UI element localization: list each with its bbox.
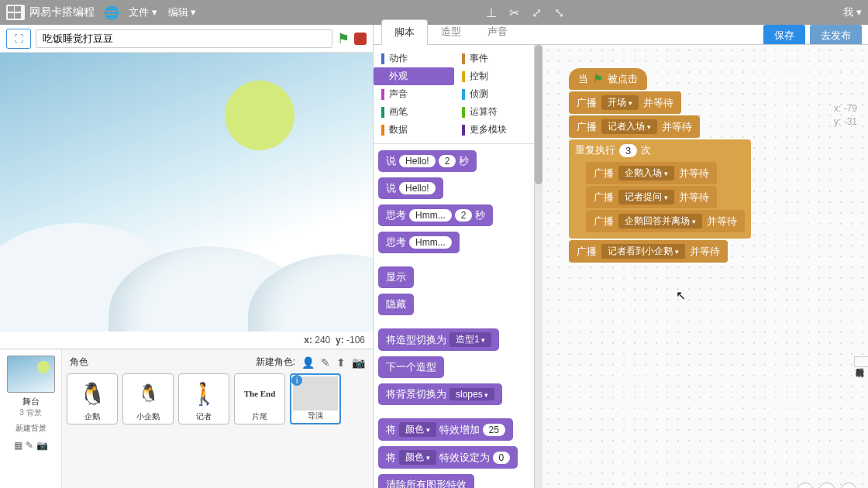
category-画笔[interactable]: 画笔 <box>374 103 454 121</box>
green-flag-button[interactable]: ⚑ <box>337 30 350 47</box>
block-say-secs[interactable]: 说Hello!2秒 <box>378 150 477 172</box>
sprite-item[interactable]: 🚶记者 <box>178 373 229 424</box>
category-声音[interactable]: 声音 <box>374 85 454 103</box>
broadcast-block[interactable]: 广播记者提问并等待 <box>586 186 717 208</box>
category-外观[interactable]: 外观 <box>374 67 454 85</box>
file-menu[interactable]: 文件 ▾ <box>129 5 157 19</box>
zoom-in-button[interactable]: + <box>840 483 857 488</box>
sprite-cam-icon[interactable]: 📷 <box>352 356 365 369</box>
stop-button[interactable] <box>354 33 367 45</box>
mouse-xy: x: -79y: -31 <box>834 102 857 129</box>
block-clear-fx[interactable]: 清除所有图形特效 <box>378 474 474 488</box>
script-stack[interactable]: 当⚑被点击 广播开场并等待 广播记者入场并等待 重复执行3次 广播企鹅入场并等待… <box>569 68 751 263</box>
info-icon[interactable]: i <box>291 375 302 386</box>
stage-header: ⛶ ⚑ <box>0 25 373 53</box>
bg-cam-icon[interactable]: 📷 <box>36 440 48 451</box>
block-show[interactable]: 显示 <box>378 266 414 288</box>
broadcast-block[interactable]: 广播开场并等待 <box>569 91 681 114</box>
category-更多模块[interactable]: 更多模块 <box>454 121 535 139</box>
palette-scrollbar[interactable] <box>535 45 542 488</box>
block-next-costume[interactable]: 下一个造型 <box>378 356 444 378</box>
sprite-upload-icon[interactable]: ⬆ <box>336 356 346 369</box>
block-say[interactable]: 说Hello! <box>378 177 443 199</box>
category-控制[interactable]: 控制 <box>454 67 535 85</box>
block-set-effect[interactable]: 将颜色特效设定为0 <box>378 446 518 469</box>
category-运算符[interactable]: 运算符 <box>454 103 535 121</box>
bg-lib-icon[interactable]: ▦ <box>14 440 22 451</box>
sprites-title: 角色 <box>70 356 88 369</box>
globe-icon[interactable]: 🌐 <box>104 5 119 20</box>
shrink-icon[interactable]: ⤡ <box>554 5 564 20</box>
sprite-item-selected[interactable]: i导演 <box>290 373 341 424</box>
broadcast-block[interactable]: 广播企鹅回答并离场并等待 <box>586 210 745 232</box>
brand: 网易卡搭编程 <box>29 5 95 19</box>
project-name-input[interactable] <box>36 29 332 48</box>
block-switch-costume[interactable]: 将造型切换为造型1 <box>378 328 499 351</box>
category-数据[interactable]: 数据 <box>374 121 454 139</box>
cut-icon[interactable]: ✂ <box>509 5 519 20</box>
broadcast-block[interactable]: 广播企鹅入场并等待 <box>586 162 717 184</box>
help-tab[interactable]: 帮助与教程 <box>854 356 868 367</box>
zoom-reset-button[interactable]: = <box>818 483 835 488</box>
cursor-icon: ↖ <box>676 288 686 303</box>
stage[interactable] <box>0 53 373 332</box>
sprite-item[interactable]: The End片尾 <box>234 373 285 424</box>
stage-coords: x: 240 y: -106 <box>0 332 373 349</box>
category-事件[interactable]: 事件 <box>454 50 535 67</box>
logo-icon <box>6 5 25 20</box>
sprite-paint-icon[interactable]: ✎ <box>321 356 330 369</box>
category-动作[interactable]: 动作 <box>374 50 454 67</box>
fullscreen-button[interactable]: ⛶ <box>6 29 31 49</box>
script-area[interactable]: x: -79y: -31 ↖ 当⚑被点击 广播开场并等待 广播记者入场并等待 重… <box>542 45 868 488</box>
block-switch-bg[interactable]: 将背景切换为slopes <box>378 383 502 405</box>
tab-scripts[interactable]: 脚本 <box>381 19 428 45</box>
me-menu[interactable]: 我 ▾ <box>843 5 862 19</box>
sprite-item[interactable]: 🐧企鹅 <box>67 373 118 424</box>
block-think[interactable]: 思考Hmm... <box>378 232 460 253</box>
tab-sounds[interactable]: 声音 <box>474 19 521 44</box>
broadcast-block[interactable]: 广播记者看到小企鹅并等待 <box>569 240 728 263</box>
repeat-block[interactable]: 重复执行3次 广播企鹅入场并等待 广播记者提问并等待 广播企鹅回答并离场并等待 <box>569 139 751 239</box>
block-change-effect[interactable]: 将颜色特效增加25 <box>378 418 513 441</box>
expand-icon[interactable]: ⤢ <box>532 5 542 20</box>
block-palette: 说Hello!2秒 说Hello! 思考Hmm...2秒 思考Hmm... 显示… <box>374 144 534 488</box>
bg-paint-icon[interactable]: ✎ <box>26 440 33 451</box>
edit-menu[interactable]: 编辑 ▾ <box>168 5 197 19</box>
stage-thumb[interactable]: 舞台 3 背景 新建背景 ▦✎📷 <box>0 349 62 488</box>
zoom-out-button[interactable]: − <box>797 483 814 488</box>
block-think-secs[interactable]: 思考Hmm...2秒 <box>378 204 493 226</box>
category-侦测[interactable]: 侦测 <box>454 85 535 103</box>
stamp-icon[interactable]: ⊥ <box>486 5 497 20</box>
hat-block[interactable]: 当⚑被点击 <box>569 68 647 90</box>
broadcast-block[interactable]: 广播记者入场并等待 <box>569 115 700 138</box>
tab-costumes[interactable]: 造型 <box>428 19 474 44</box>
block-hide[interactable]: 隐藏 <box>378 294 414 315</box>
sprite-lib-icon[interactable]: 👤 <box>301 356 315 369</box>
sprite-item[interactable]: 🐧小企鹅 <box>122 373 174 424</box>
